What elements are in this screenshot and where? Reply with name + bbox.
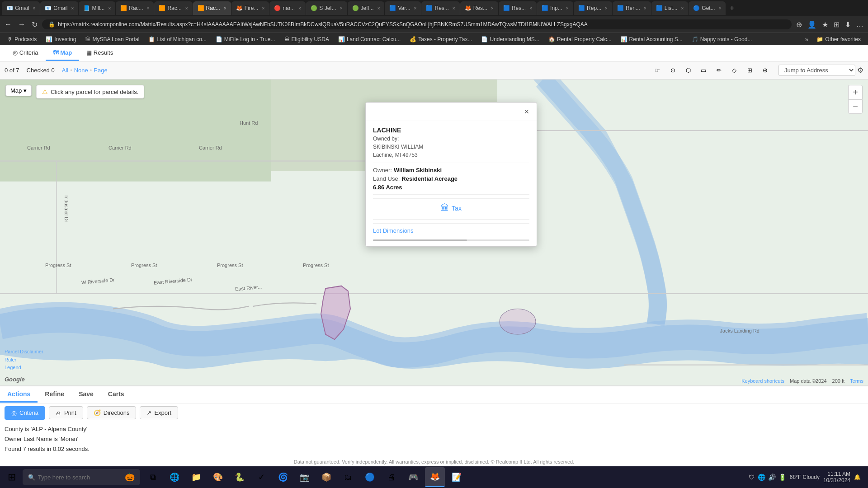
bookmark-rental-calc[interactable]: 🏠Rental Property Calc... <box>545 35 615 43</box>
bookmark-mysba[interactable]: 🏛MySBA Loan Portal <box>81 35 143 43</box>
bottom-tab-actions[interactable]: Actions <box>0 387 38 403</box>
search-input[interactable] <box>38 474 122 481</box>
settings-button[interactable]: … <box>854 19 865 30</box>
nav-tab-criteria[interactable]: ◎ Criteria <box>5 46 46 61</box>
check-none-link[interactable]: None <box>74 67 88 74</box>
taskbar-edge2[interactable]: 🌀 <box>273 467 293 487</box>
new-tab-button[interactable]: + <box>726 2 737 14</box>
print-button[interactable]: 🖨 Print <box>49 406 83 419</box>
bookmark-rental-acct[interactable]: 📊Rental Accounting S... <box>617 35 686 43</box>
bookmark-nappy[interactable]: 🎵Nappy roots - Good... <box>688 35 756 43</box>
nav-tab-map[interactable]: 🗺 Map <box>46 46 80 61</box>
extensions-button[interactable]: ⊕ <box>794 19 804 31</box>
back-button[interactable]: ← <box>3 19 14 30</box>
tab-fire[interactable]: 🦊Fire...× <box>231 1 269 15</box>
parcel-disclaimer-link[interactable]: Parcel Disclaimer <box>5 348 43 356</box>
taskbar-paintnet[interactable]: 🎨 <box>208 467 228 487</box>
taskbar-edge[interactable]: 🌐 <box>165 467 184 487</box>
lot-dimensions-link[interactable]: Lot Dimensions <box>373 223 529 238</box>
collections-button[interactable]: ⊞ <box>832 19 841 31</box>
layers-tool[interactable]: ⊞ <box>743 64 756 77</box>
taskbar-chrome[interactable]: 🔵 <box>360 467 380 487</box>
tab-ren[interactable]: 🟦Ren...× <box>613 1 651 15</box>
tab-res3[interactable]: 🟦Res...× <box>499 1 537 15</box>
taskbar-todo[interactable]: ✓ <box>251 467 271 487</box>
tab-var[interactable]: 🟦Var...× <box>385 1 421 15</box>
address-bar[interactable]: 🔒 https://matrix.realcomponline.com/Matr… <box>42 19 792 29</box>
bookmark-understanding[interactable]: 📄Understanding MS... <box>477 35 542 43</box>
map-area[interactable]: Carrier Rd Carrier Rd Carrier Rd Hunt Rd… <box>0 80 868 385</box>
map-type-button[interactable]: Map ▾ <box>5 85 32 96</box>
taskbar-browser-active[interactable]: 🦊 <box>425 467 445 487</box>
downloads-button[interactable]: ⬇ <box>843 19 853 31</box>
taskbar-photos[interactable]: 📷 <box>295 467 315 487</box>
taskbar-pycharm[interactable]: 🐍 <box>230 467 250 487</box>
ruler-link[interactable]: Ruler <box>5 356 43 364</box>
tab-gmail-1[interactable]: 📧Gmail× <box>2 1 40 15</box>
taskbar-search[interactable]: 🔍 🎃 <box>23 469 140 485</box>
check-all-link[interactable]: All <box>62 67 68 74</box>
taskbar-notes[interactable]: 📝 <box>447 467 467 487</box>
zoom-out-button[interactable]: − <box>848 99 863 114</box>
tab-get[interactable]: 🔵Get...× <box>689 1 726 15</box>
bookmark-investing[interactable]: 📊Investing <box>42 35 80 43</box>
tab-list[interactable]: 🟦List...× <box>651 1 689 15</box>
taskbar-taskview[interactable]: ⧉ <box>143 467 163 487</box>
tab-rac2[interactable]: 🟧Rac...× <box>154 1 192 15</box>
criteria-button[interactable]: ◎ Criteria <box>5 406 45 420</box>
tab-res1[interactable]: 🟦Res...× <box>421 1 459 15</box>
taskbar-steam[interactable]: 🎮 <box>403 467 423 487</box>
tab-facebook[interactable]: 📘Mill...× <box>79 1 115 15</box>
tab-res2[interactable]: 🦊Res...× <box>460 1 498 15</box>
bookmark-michigan[interactable]: 📋List of Michigan co... <box>145 35 210 43</box>
tab-rac3[interactable]: 🟧Rac...× <box>193 1 231 15</box>
erase-tool[interactable]: ◇ <box>728 64 741 77</box>
keyboard-shortcuts-link[interactable]: Keyboard shortcuts <box>741 378 784 384</box>
tab-jeff[interactable]: 🟢Jeff...× <box>348 1 385 15</box>
taskbar-amazon[interactable]: 📦 <box>316 467 336 487</box>
refresh-button[interactable]: ↻ <box>30 19 39 31</box>
draw-rect-tool[interactable]: ▭ <box>697 64 710 77</box>
bottom-tab-save[interactable]: Save <box>71 387 101 403</box>
tax-link[interactable]: 🏛 Tax <box>441 203 462 213</box>
directions-button[interactable]: 🧭 Directions <box>87 406 137 419</box>
more-bookmarks-button[interactable]: » <box>802 35 811 44</box>
settings-gear-icon[interactable]: ⚙ <box>857 66 863 75</box>
bookmark-other[interactable]: 📁Other favorites <box>813 35 864 43</box>
favorites-button[interactable]: ★ <box>820 19 830 31</box>
cursor-tool[interactable]: ☞ <box>651 64 664 77</box>
profile-button[interactable]: 👤 <box>806 19 818 31</box>
terms-link[interactable]: Terms <box>850 378 863 384</box>
draw-line-tool[interactable]: ✏ <box>712 64 725 77</box>
draw-circle-tool[interactable]: ⊙ <box>666 64 679 77</box>
draw-polygon-tool[interactable]: ⬡ <box>682 64 694 77</box>
taskbar-files[interactable]: 🗂 <box>338 467 358 487</box>
bookmark-mifile[interactable]: 📄MiFile Log in - True... <box>212 35 279 43</box>
bottom-tab-refine[interactable]: Refine <box>38 387 71 403</box>
export-button[interactable]: ↗ Export <box>140 406 178 419</box>
location-tool[interactable]: ⊕ <box>759 64 771 77</box>
tab-nar[interactable]: 🔴nar...× <box>269 1 306 15</box>
forward-button[interactable]: → <box>16 19 27 30</box>
tab-gmail-2[interactable]: 📧Gmail× <box>40 1 78 15</box>
jump-address-select[interactable]: Jump to Address <box>778 65 855 76</box>
start-button[interactable]: ⊞ <box>2 467 22 487</box>
tab-rac1[interactable]: 🟧Rac...× <box>116 1 154 15</box>
taskbar-hp[interactable]: 🖨 <box>382 467 401 487</box>
bookmark-land-contract[interactable]: 📊Land Contract Calcu... <box>335 35 404 43</box>
check-page-link[interactable]: Page <box>94 67 107 74</box>
popup-close-button[interactable]: × <box>521 106 532 117</box>
bottom-tab-carts[interactable]: Carts <box>101 387 132 403</box>
tab-sjef[interactable]: 🟢S Jef...× <box>306 1 347 15</box>
legend-link[interactable]: Legend <box>5 364 43 372</box>
bookmark-taxes[interactable]: 💰Taxes - Property Tax... <box>406 35 476 43</box>
notification-bell[interactable]: 🔔 <box>854 474 861 480</box>
nav-tab-results[interactable]: ▦ Results <box>79 46 120 61</box>
bookmark-usda[interactable]: 🏛Eligibility USDA <box>281 35 333 43</box>
tab-rep[interactable]: 🟦Rep...× <box>574 1 612 15</box>
clock[interactable]: 11:11 AM 10/31/2024 <box>823 471 850 483</box>
taskbar-explorer[interactable]: 📁 <box>186 467 206 487</box>
tab-inp[interactable]: 🟦Inp...× <box>537 1 573 15</box>
zoom-in-button[interactable]: + <box>848 85 863 99</box>
bookmark-podcasts[interactable]: 🎙Podcasts <box>4 35 40 43</box>
